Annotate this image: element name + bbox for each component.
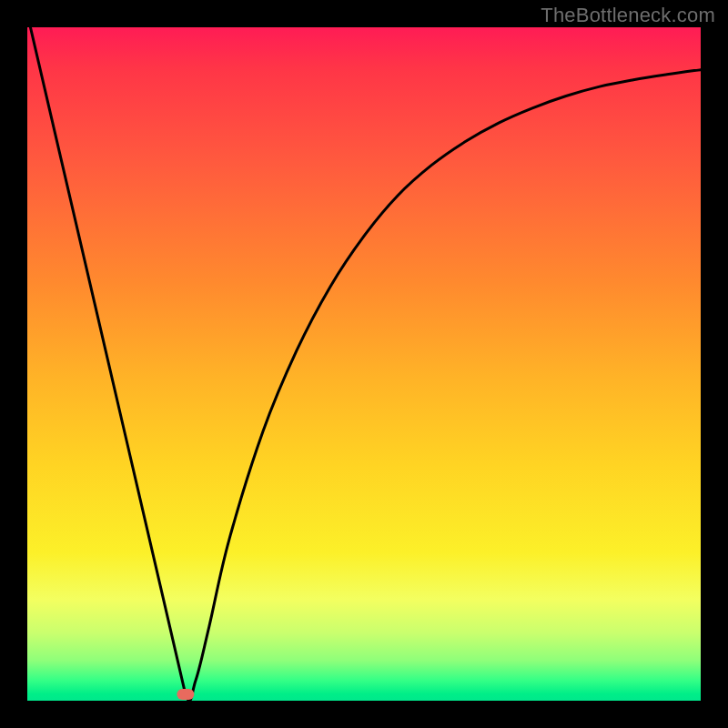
curve-svg — [27, 27, 701, 701]
curve-path — [27, 27, 701, 701]
watermark-text: TheBottleneck.com — [541, 4, 715, 27]
plot-area — [27, 27, 701, 701]
optimal-point-marker — [177, 689, 194, 700]
chart-frame: TheBottleneck.com — [0, 0, 728, 728]
